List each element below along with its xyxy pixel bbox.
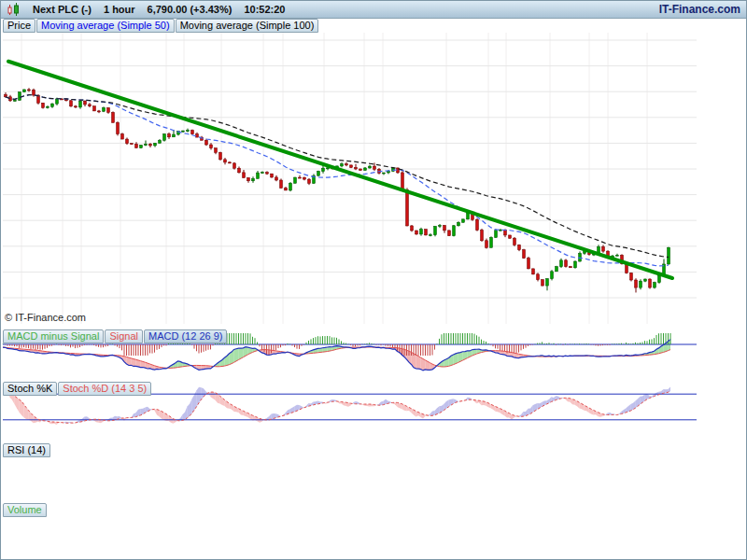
instrument-name: Next PLC (-) [33, 4, 92, 15]
tab-macd-minus-signal[interactable]: MACD minus Signal [3, 329, 104, 343]
macd-signal-line [3, 347, 670, 368]
title-bar: Next PLC (-) 1 hour 6,790.00 (+3.43%) 10… [1, 1, 746, 19]
volume-tab-row: Volume [3, 503, 47, 517]
moving-average-50-line [6, 95, 669, 266]
tab-macd[interactable]: MACD (12 26 9) [144, 329, 227, 343]
tab-moving-average-50[interactable]: Moving average (Simple 50) [36, 19, 175, 33]
timeframe-label: 1 hour [104, 4, 135, 15]
macd-tab-row: MACD minus Signal Signal MACD (12 26 9) [3, 329, 227, 343]
tab-price[interactable]: Price [3, 19, 35, 33]
rsi-tab-row: RSI (14) [3, 443, 50, 457]
price-gridlines [3, 33, 697, 324]
trend-line [8, 62, 672, 278]
candlestick-icon [7, 3, 21, 16]
candles [5, 88, 670, 292]
brand-link[interactable]: IT-Finance.com [659, 3, 740, 16]
tab-stoch-d[interactable]: Stoch %D (14 3 5) [58, 382, 151, 396]
copyright-label: © IT-Finance.com [5, 312, 86, 323]
chart-window: Next PLC (-) 1 hour 6,790.00 (+3.43%) 10… [0, 0, 747, 560]
stoch-tab-row: Stoch %K Stoch %D (14 3 5) [3, 382, 151, 396]
chart-canvas [1, 1, 747, 560]
quote-time: 10:52:20 [244, 4, 285, 15]
tab-volume[interactable]: Volume [3, 503, 47, 517]
tab-signal[interactable]: Signal [105, 329, 143, 343]
tab-stoch-k[interactable]: Stoch %K [3, 382, 57, 396]
last-quote: 6,790.00 (+3.43%) [148, 4, 233, 15]
tab-moving-average-100[interactable]: Moving average (Simple 100) [176, 19, 319, 33]
series-tab-row: Price Moving average (Simple 50) Moving … [3, 19, 318, 32]
stoch-ref-lines [3, 394, 697, 420]
tab-rsi[interactable]: RSI (14) [3, 443, 50, 457]
